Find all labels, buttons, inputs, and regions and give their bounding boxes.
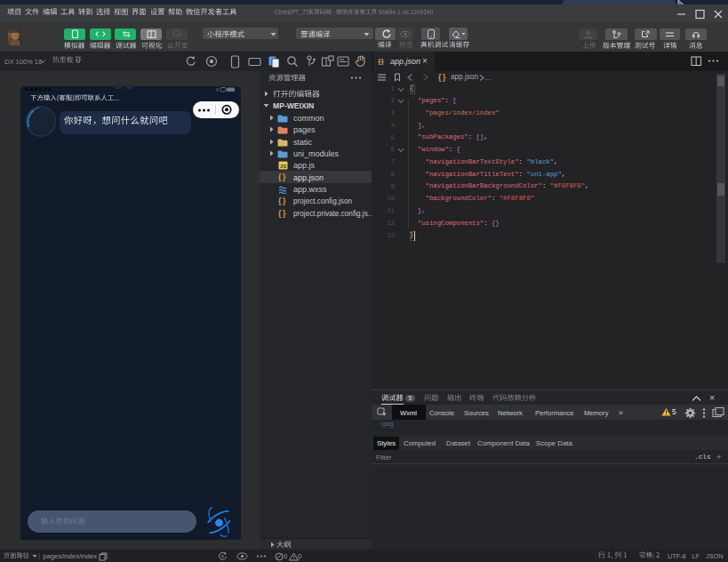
svg-text:JS: JS <box>280 164 286 169</box>
